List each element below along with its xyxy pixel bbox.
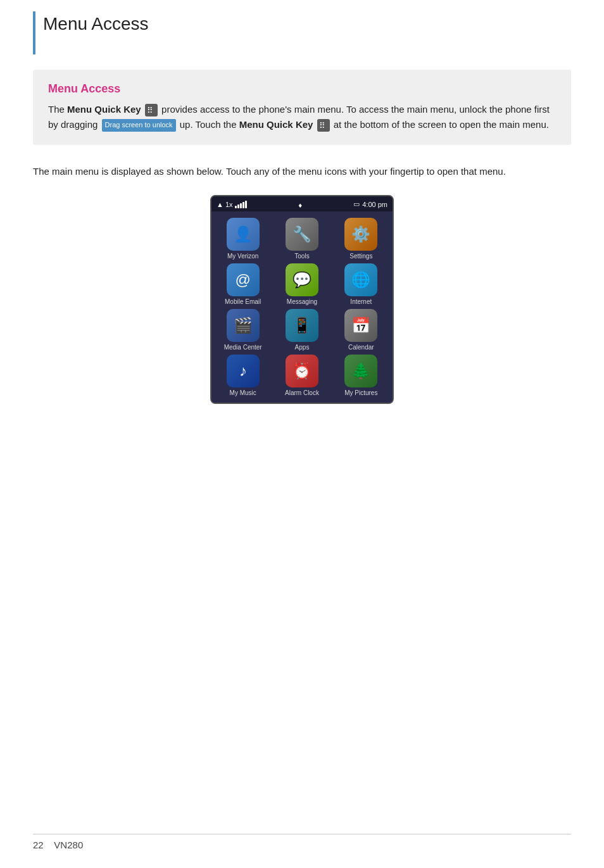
menu-icon-my-music: ♪ (227, 355, 260, 387)
menu-label-messaging: Messaging (287, 298, 317, 305)
menu-item-apps[interactable]: 📱Apps (274, 309, 329, 351)
info-box-title: Menu Access (48, 82, 556, 96)
menu-item-messaging[interactable]: 💬Messaging (274, 263, 329, 305)
page-title: Menu Access (43, 14, 149, 34)
bar-4 (242, 202, 244, 208)
menu-label-internet: Internet (350, 298, 372, 305)
signal-icon: ▲ (217, 201, 223, 208)
menu-label-my-pictures: My Pictures (344, 389, 377, 396)
status-right: ▭ 4:00 pm (353, 200, 387, 208)
status-center: ⬧ (298, 199, 303, 210)
menu-item-calendar[interactable]: 📅Calendar (334, 309, 389, 351)
info-box-text: The Menu Quick Key provides access to th… (48, 102, 556, 132)
menu-item-my-verizon[interactable]: 👤My Verizon (215, 218, 270, 260)
menu-item-tools[interactable]: 🔧Tools (274, 218, 329, 260)
menu-icon-mobile-email: @ (227, 263, 260, 296)
phone-menu-area: 👤My Verizon🔧Tools⚙️Settings@Mobile Email… (211, 211, 393, 403)
menu-item-my-pictures[interactable]: 🌲My Pictures (334, 355, 389, 396)
menu-grid: 👤My Verizon🔧Tools⚙️Settings@Mobile Email… (215, 218, 389, 396)
drag-unlock-badge: Drag screen to unlock (102, 119, 176, 132)
status-left: ▲ 1x (217, 201, 247, 208)
menu-label-apps: Apps (295, 344, 310, 351)
info-box: Menu Access The Menu Quick Key provides … (33, 70, 571, 145)
footer-model: VN280 (54, 840, 83, 850)
menu-icon-media-center: 🎬 (227, 309, 260, 342)
menu-quick-key-icon-2 (317, 119, 330, 132)
signal-type: 1x (225, 201, 233, 208)
menu-label-settings: Settings (349, 253, 372, 260)
menu-icon-internet: 🌐 (344, 263, 377, 296)
menu-icon-apps: 📱 (286, 309, 318, 342)
menu-icon-alarm-clock: ⏰ (286, 355, 318, 387)
signal-bars (235, 201, 247, 208)
menu-item-internet[interactable]: 🌐Internet (334, 263, 389, 305)
time-display: 4:00 pm (362, 201, 387, 208)
body-text: The main menu is displayed as shown belo… (33, 164, 571, 180)
accent-bar (33, 11, 35, 54)
menu-item-my-music[interactable]: ♪My Music (215, 355, 270, 396)
menu-icon-settings: ⚙️ (344, 218, 377, 251)
bar-3 (240, 203, 242, 208)
menu-label-tools: Tools (294, 253, 309, 260)
page-footer: 22 VN280 (33, 834, 571, 850)
menu-item-media-center[interactable]: 🎬Media Center (215, 309, 270, 351)
menu-label-my-verizon: My Verizon (227, 253, 258, 260)
menu-icon-my-verizon: 👤 (227, 218, 260, 251)
menu-label-alarm-clock: Alarm Clock (285, 389, 319, 396)
menu-label-my-music: My Music (230, 389, 256, 396)
battery-icon: ▭ (353, 200, 360, 208)
menu-quick-key-icon-1 (145, 104, 158, 116)
menu-quick-key-label-2: Menu Quick Key (239, 119, 313, 130)
menu-label-media-center: Media Center (224, 344, 262, 351)
status-bar: ▲ 1x ⬧ ▭ 4:00 pm (211, 196, 393, 211)
main-content: Menu Access The Menu Quick Key provides … (33, 70, 571, 429)
phone-screen: ▲ 1x ⬧ ▭ 4:00 pm (210, 195, 394, 404)
menu-icon-calendar: 📅 (344, 309, 377, 342)
menu-item-mobile-email[interactable]: @Mobile Email (215, 263, 270, 305)
bar-1 (235, 206, 237, 208)
menu-label-mobile-email: Mobile Email (225, 298, 261, 305)
menu-icon-messaging: 💬 (286, 263, 318, 296)
bar-2 (237, 204, 239, 208)
menu-item-settings[interactable]: ⚙️Settings (334, 218, 389, 260)
footer-page-num: 22 (33, 840, 44, 850)
menu-icon-my-pictures: 🌲 (344, 355, 377, 387)
menu-quick-key-label-1: Menu Quick Key (67, 104, 141, 115)
menu-icon-tools: 🔧 (286, 218, 318, 251)
menu-label-calendar: Calendar (348, 344, 374, 351)
menu-item-alarm-clock[interactable]: ⏰Alarm Clock (274, 355, 329, 396)
phone-screenshot-wrapper: ▲ 1x ⬧ ▭ 4:00 pm (33, 195, 571, 404)
bar-5 (245, 201, 247, 208)
